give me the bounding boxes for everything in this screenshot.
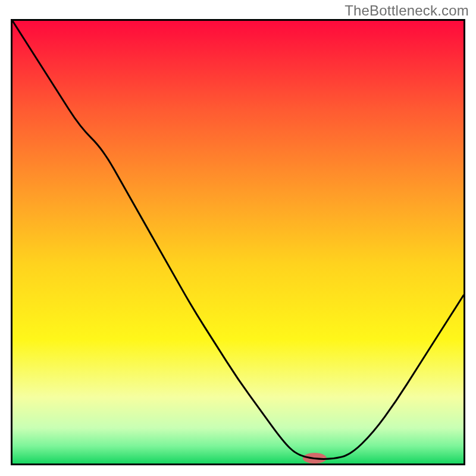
watermark-text: TheBottleneck.com <box>345 2 469 19</box>
chart-svg <box>12 21 464 464</box>
gradient-background <box>12 21 464 464</box>
chart-stage: TheBottleneck.com <box>0 0 476 476</box>
plot-frame <box>11 19 465 465</box>
